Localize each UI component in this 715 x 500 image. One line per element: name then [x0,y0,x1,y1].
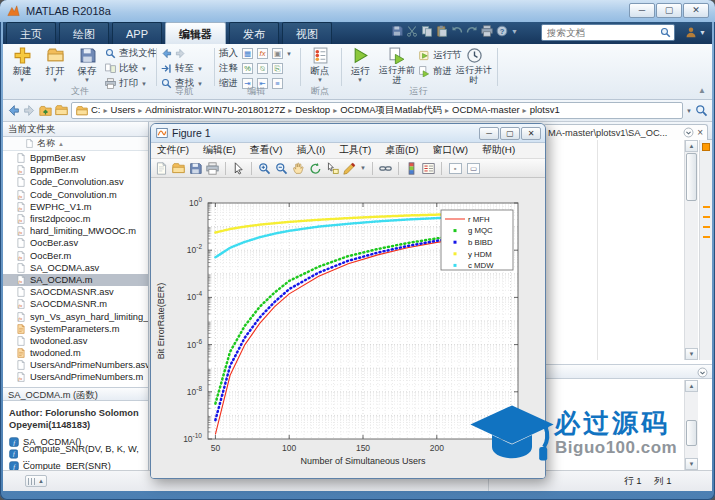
advance-button[interactable]: 前进 [419,65,452,78]
save-button[interactable]: 保存▼ [71,46,103,86]
cut-icon[interactable] [406,25,418,37]
figure-minimize-button[interactable]: ─ [479,127,499,140]
file-item[interactable]: UsersAndPrimeNumbers.m [3,371,148,383]
function-item[interactable]: Compute_SNR(DV, B, K, W, ... [9,448,142,460]
compare-button[interactable]: 比较▼ [105,62,147,75]
file-item[interactable]: SAOCDMASNR.m [3,298,148,310]
doc-search-box[interactable] [541,24,675,41]
close-button[interactable]: ✕ [683,3,709,18]
figure-menu-item[interactable]: 查看(V) [250,144,283,157]
analyzer-marker[interactable] [703,216,710,218]
back-button[interactable] [161,47,186,60]
analyzer-marker[interactable] [703,236,710,238]
zoom-in-icon[interactable] [258,162,271,175]
figure-menu-item[interactable]: 插入(I) [296,144,325,157]
file-item[interactable]: SA_OCDMA.asv [3,262,148,274]
comment-icon[interactable]: % [242,63,253,74]
doc-search-input[interactable] [545,26,660,39]
file-item[interactable]: twodoned.asv [3,335,148,347]
file-item[interactable]: UsersAndPrimeNumbers.asv [3,359,148,371]
breadcrumb-item[interactable]: OCDMA项目Matlab代码 [340,104,442,115]
ribbon-tab-5[interactable]: 视图 [282,22,332,44]
file-item[interactable]: EWPHC_V1.m [3,201,148,213]
collapse-ribbon-icon[interactable]: ▲ [698,86,706,95]
browse-folder-icon[interactable] [55,104,68,117]
breadcrumb[interactable]: C:▸Users▸Administrator.WIN7U-20180127Z▸D… [91,104,560,117]
file-item[interactable]: SAOCDMASNR.asv [3,286,148,298]
tab-menu-icon[interactable] [683,127,694,138]
current-folder-path[interactable]: C:▸Users▸Administrator.WIN7U-20180127Z▸D… [71,102,683,119]
nav-back-icon[interactable] [7,104,20,117]
file-item[interactable]: Code_Convolution.m [3,189,148,201]
file-item[interactable]: OocBer.asv [3,237,148,249]
run-advance-button[interactable]: 运行并前进 [378,46,416,86]
breadcrumb-item[interactable]: C: [91,104,101,115]
breadcrumb-item[interactable]: plotsv1 [530,104,560,115]
figure-close-button[interactable]: ✕ [521,127,541,140]
up-one-level-icon[interactable] [39,104,52,117]
file-item[interactable]: BppmBer.m [3,164,148,176]
brush-dropdown-icon[interactable]: ▼ [360,165,366,171]
file-item[interactable]: SystemParameters.m [3,323,148,335]
ribbon-tab-0[interactable]: 主页 [6,22,56,44]
lower-scroll-thumb[interactable] [686,420,697,446]
scroll-up-icon[interactable]: ▲ [685,380,698,392]
uncomment-icon[interactable]: ⍉ [257,63,268,74]
file-item[interactable]: OocBer.m [3,250,148,262]
figure-menu-item[interactable]: 工具(T) [339,144,371,157]
link-plot-icon[interactable] [379,162,392,175]
rotate-3d-icon[interactable] [309,162,322,175]
new-button[interactable]: 新建▼ [6,46,38,86]
figure-window[interactable]: Figure 1 ─ ▢ ✕ 文件(F)编辑(E)查看(V)插入(I)工具(T)… [150,123,546,479]
editor-scrollbar[interactable]: ▲ ▼ [684,140,698,360]
comment-controls[interactable]: 注释 % ⍉ ⎘ [219,62,283,75]
figure-menu-item[interactable]: 窗口(W) [433,144,468,157]
figure-maximize-button[interactable]: ▢ [500,127,520,140]
print-icon[interactable] [481,25,493,37]
editor-scroll-thumb[interactable] [686,153,697,201]
editor-tab[interactable]: MA-master\plotsv1\SA_OC... × [543,124,708,140]
analyzer-warning-indicator[interactable] [702,143,710,151]
file-item[interactable]: Code_Convolution.asv [3,176,148,188]
figure-menu-item[interactable]: 桌面(D) [385,144,418,157]
insert-controls[interactable]: 插入 ▦ fx ▣ ▼ [219,47,292,60]
minimize-button[interactable]: ─ [629,3,655,18]
figure-titlebar[interactable]: Figure 1 ─ ▢ ✕ [151,124,545,143]
breadcrumb-item[interactable]: Administrator.WIN7U-20180127Z [145,104,285,115]
goto-button[interactable]: 转至▼ [161,62,203,75]
lower-panel-scrollbar[interactable]: ▲ ▼ [684,380,698,470]
open-folder-icon[interactable] [172,162,185,175]
code-analyzer-strip[interactable] [699,140,712,360]
colorbar-icon[interactable] [405,162,418,175]
path-dropdown-icon[interactable]: ▼ [686,108,692,114]
legend-icon[interactable] [422,162,435,175]
ribbon-tab-3[interactable]: 编辑器 [165,22,226,44]
file-item[interactable]: first2dpcooc.m [3,213,148,225]
copy-icon[interactable] [421,25,433,37]
zoom-out-icon[interactable] [275,162,288,175]
ribbon-tab-1[interactable]: 绘图 [59,22,109,44]
plot-tools-off-icon[interactable]: ▪ [449,163,462,174]
new-document-icon[interactable] [155,162,168,175]
quick-access-dropdown-icon[interactable]: ▼ [511,28,518,35]
insert-function-icon[interactable]: fx [257,48,268,59]
scroll-up-icon[interactable]: ▲ [685,140,698,152]
data-cursor-icon[interactable] [326,162,339,175]
login-button[interactable]: ▼ [685,26,706,38]
name-column-header[interactable]: 名称 ▲ [3,137,148,151]
nav-forward-icon[interactable] [23,104,36,117]
forward-arrow-icon[interactable] [175,48,186,59]
breadcrumb-item[interactable]: Users [111,104,136,115]
run-time-button[interactable]: 运行并计时 [455,46,493,86]
details-panel-toggle[interactable]: ▲ [25,475,47,487]
redo-icon[interactable] [466,25,478,37]
file-details-header[interactable]: SA_OCDMA.m (函数) [3,387,148,401]
figure-menu-item[interactable]: 编辑(E) [203,144,236,157]
figure-menu-item[interactable]: 帮助(H) [482,144,515,157]
ber-plot[interactable]: 5010015020010010-210-410-610-810-10Numbe… [151,178,545,479]
paste-icon[interactable] [436,25,448,37]
figure-menu-item[interactable]: 文件(F) [157,144,189,157]
save-icon[interactable] [189,162,202,175]
run-button[interactable]: 运行▼ [344,46,376,86]
panel-menu-icon[interactable] [697,367,708,378]
